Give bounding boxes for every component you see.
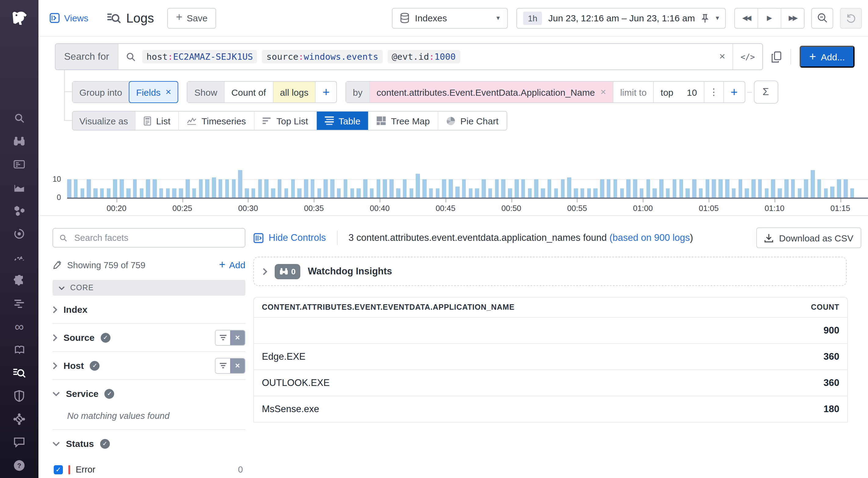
histogram-bar[interactable]	[587, 189, 591, 198]
histogram-bar[interactable]	[231, 179, 236, 198]
measure-select[interactable]: Count of	[225, 82, 273, 102]
help-icon[interactable]: ?	[13, 459, 26, 472]
histogram-bar[interactable]	[363, 179, 367, 198]
feedback-icon[interactable]	[13, 436, 26, 449]
column-header-application-name[interactable]: CONTENT.ATTRIBUTES.EVENT.EVENTDATA.APPLI…	[262, 303, 515, 312]
edit-pencil-icon[interactable]	[53, 260, 62, 270]
tab-top-list[interactable]: Top List	[254, 111, 316, 130]
chevron-down-icon[interactable]: ▾	[716, 14, 719, 22]
histogram-bar[interactable]	[311, 179, 315, 198]
histogram-bar[interactable]	[482, 179, 486, 198]
facet-filter-button[interactable]	[215, 330, 230, 345]
histogram-bar[interactable]	[87, 179, 91, 198]
histogram-bar[interactable]	[627, 179, 630, 198]
histogram-bar[interactable]	[159, 189, 163, 198]
metrics-icon[interactable]	[13, 181, 26, 194]
measure-target-chip[interactable]: all logs	[273, 82, 316, 102]
notebooks-icon[interactable]	[13, 343, 26, 356]
rewind-button[interactable]: ◀◀	[735, 8, 758, 28]
histogram-bar[interactable]	[298, 189, 302, 198]
checkbox-checked[interactable]: ✓	[54, 465, 63, 474]
table-row[interactable]: OUTLOOK.EXE 360	[254, 370, 847, 396]
histogram-bar[interactable]	[548, 179, 552, 198]
histogram-bar[interactable]	[831, 186, 834, 198]
watchdog-insights-panel[interactable]: 0 Watchdog Insights	[253, 257, 847, 286]
chevron-right-icon[interactable]	[262, 267, 267, 275]
integrations-icon[interactable]	[13, 274, 26, 286]
histogram-bar[interactable]	[186, 179, 189, 198]
histogram-bar[interactable]	[817, 179, 821, 198]
histogram-bar[interactable]	[567, 177, 571, 198]
histogram-bar[interactable]	[844, 179, 847, 198]
histogram-bar[interactable]	[350, 189, 354, 198]
histogram-bar[interactable]	[133, 179, 137, 198]
tab-table[interactable]: Table	[316, 111, 369, 130]
zoom-out-button[interactable]	[811, 8, 833, 28]
histogram-bar[interactable]	[574, 189, 578, 198]
tab-tree-map[interactable]: Tree Map	[369, 111, 438, 130]
fast-forward-button[interactable]: ▶▶	[781, 8, 804, 28]
log-pipelines-icon[interactable]	[13, 297, 26, 310]
histogram-bar[interactable]	[258, 179, 262, 198]
remove-icon[interactable]: ×	[600, 87, 606, 98]
events-icon[interactable]	[13, 158, 26, 171]
histogram-bar[interactable]	[745, 189, 749, 198]
histogram-bar[interactable]	[600, 179, 604, 198]
histogram-bar[interactable]	[791, 179, 795, 198]
watchdog-icon[interactable]	[13, 135, 26, 147]
histogram-bar[interactable]	[718, 179, 722, 198]
histogram-bar[interactable]	[436, 189, 439, 198]
histogram-bar[interactable]	[370, 189, 374, 198]
histogram-bar[interactable]	[521, 179, 525, 198]
histogram-bar[interactable]	[357, 189, 361, 198]
datadog-logo[interactable]	[0, 0, 38, 37]
group-by-field-chip[interactable]: content.attributes.Event.EventData.Appli…	[370, 82, 614, 102]
histogram-bar[interactable]	[284, 189, 288, 198]
limit-value-select[interactable]: 10	[680, 82, 704, 102]
query-token[interactable]: @evt.id:1000	[388, 50, 460, 63]
facet-index[interactable]: Index	[53, 296, 245, 324]
histogram-bar[interactable]	[238, 170, 242, 198]
histogram-bar[interactable]	[192, 189, 196, 198]
histogram-bar[interactable]	[581, 189, 585, 198]
histogram-bar[interactable]	[686, 189, 690, 198]
histogram-bar[interactable]	[699, 189, 703, 198]
facet-host[interactable]: Host ✓ ×	[53, 352, 245, 380]
facet-search-box[interactable]	[53, 228, 245, 247]
facet-clear-button[interactable]: ×	[230, 330, 245, 345]
histogram-bar[interactable]	[80, 189, 84, 198]
histogram-bar[interactable]	[330, 179, 334, 198]
histogram-bar[interactable]	[140, 189, 144, 198]
histogram-bar[interactable]	[173, 189, 177, 198]
histogram-bar[interactable]	[705, 179, 709, 198]
histogram-bar[interactable]	[376, 179, 380, 198]
histogram-bar[interactable]	[508, 189, 512, 198]
histogram-bar[interactable]	[416, 174, 420, 198]
table-row[interactable]: 900	[254, 318, 847, 344]
histogram-bar[interactable]	[528, 189, 532, 198]
pin-icon[interactable]	[701, 13, 710, 23]
histogram-bar[interactable]	[442, 179, 446, 198]
histogram-bar[interactable]	[666, 189, 670, 198]
histogram-bar[interactable]	[219, 179, 222, 198]
facet-status[interactable]: Status ✓	[53, 430, 245, 457]
histogram-bar[interactable]	[337, 189, 341, 198]
histogram-bar[interactable]	[403, 179, 407, 198]
facet-filter-button[interactable]	[215, 358, 230, 373]
histogram-bar[interactable]	[429, 189, 433, 198]
histogram-bar[interactable]	[344, 179, 348, 198]
histogram-bar[interactable]	[541, 189, 545, 198]
histogram-bar[interactable]	[67, 179, 71, 198]
logs-icon[interactable]	[13, 367, 26, 379]
histogram-bar[interactable]	[837, 179, 841, 198]
histogram-bar[interactable]	[488, 189, 492, 198]
histogram-bar[interactable]	[304, 179, 308, 198]
histogram-bar[interactable]	[245, 189, 249, 198]
histogram-bar[interactable]	[765, 189, 769, 198]
histogram-bar[interactable]	[738, 179, 742, 198]
histogram-bar[interactable]	[850, 189, 854, 198]
network-icon[interactable]	[13, 413, 26, 425]
histogram-bar[interactable]	[212, 177, 216, 198]
histogram-bar[interactable]	[179, 189, 183, 198]
histogram-bar[interactable]	[225, 179, 229, 198]
